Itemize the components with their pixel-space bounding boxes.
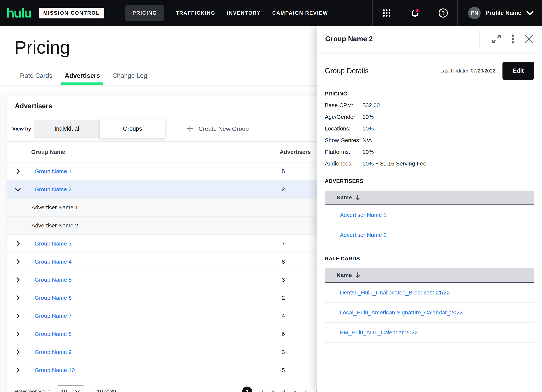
advertiser-name: Advertiser Name 1 xyxy=(32,204,78,211)
group-link[interactable]: Group Name 6 xyxy=(35,295,72,301)
advertiser-name: Advertiser Name 2 xyxy=(32,222,78,229)
table-row: Group Name 4 8 xyxy=(7,253,335,271)
table-row: Group Name 8 6 xyxy=(7,325,335,343)
advertisers-card: Advertisers View by Individual Groups Cr… xyxy=(7,96,335,392)
chevron-down-icon xyxy=(526,11,534,16)
tab-advertisers[interactable]: Advertisers xyxy=(65,72,100,85)
group-link[interactable]: Group Name 3 xyxy=(35,240,72,247)
create-new-group-button[interactable]: Create New Group xyxy=(186,125,249,133)
notifications-bell-icon[interactable] xyxy=(401,8,429,18)
advertiser-row: Advertiser Name 2 xyxy=(325,225,534,245)
expand-chevron-icon[interactable] xyxy=(15,331,21,337)
advertiser-link[interactable]: Advertiser Name 2 xyxy=(340,232,387,238)
advertiser-count: 5 xyxy=(282,367,285,373)
advertisers-name-sort-header[interactable]: Name xyxy=(325,191,534,205)
close-icon[interactable] xyxy=(524,34,533,44)
profile-menu[interactable]: PN Profile Name xyxy=(458,7,542,19)
advertiser-count: 2 xyxy=(282,295,285,301)
advertiser-link[interactable]: Advertiser Name 1 xyxy=(340,212,387,218)
group-link[interactable]: Group Name 9 xyxy=(35,349,72,355)
advertiser-row: Advertiser Name 1 xyxy=(325,205,534,225)
page-number[interactable]: 1 xyxy=(242,387,252,392)
expand-chevron-icon[interactable] xyxy=(15,313,21,319)
field-value: 10% + $1.15 Serving Fee xyxy=(363,160,426,167)
table-row: Group Name 5 3 xyxy=(7,271,335,289)
advertiser-count: 7 xyxy=(282,240,285,247)
advertiser-count: 4 xyxy=(282,313,285,319)
mission-control-badge: MISSION CONTROL xyxy=(39,8,104,18)
group-link[interactable]: Group Name 2 xyxy=(35,186,72,193)
expand-chevron-icon[interactable] xyxy=(15,295,21,301)
column-advertisers: Advertisers xyxy=(280,149,311,155)
field-value: N/A xyxy=(363,137,372,143)
details-title: Group Details xyxy=(325,67,369,75)
page-number[interactable]: 2 xyxy=(260,388,263,392)
rate-card-link[interactable]: PM_Hulu_ADT_Calendar 2022 xyxy=(340,329,418,336)
pricing-field: Platforms: 10% xyxy=(325,149,534,155)
field-label: Platforms: xyxy=(325,149,363,155)
nav-item-campaign-review[interactable]: CAMPAIGN REVIEW xyxy=(272,10,328,16)
nav-item-pricing[interactable]: PRICING xyxy=(125,5,164,21)
pricing-field: Show Genres: N/A xyxy=(325,137,534,143)
group-link[interactable]: Group Name 5 xyxy=(35,277,72,283)
page-number[interactable]: 3 xyxy=(271,388,275,392)
group-link[interactable]: Group Name 1 xyxy=(35,168,72,174)
pricing-field: Locations: 10% xyxy=(325,125,534,132)
page-number[interactable]: 6 xyxy=(304,388,308,392)
table-row: Group Name 3 7 xyxy=(7,235,335,253)
column-name: Name xyxy=(336,272,352,278)
expand-chevron-icon[interactable] xyxy=(15,277,21,283)
rate-cards-name-sort-header[interactable]: Name xyxy=(325,268,534,283)
tab-change-log[interactable]: Change Log xyxy=(112,72,147,85)
advertiser-count: 6 xyxy=(282,331,285,337)
panel-header: Group Name 2 xyxy=(317,26,542,52)
field-label: Show Genres: xyxy=(325,137,363,143)
group-link[interactable]: Group Name 8 xyxy=(35,331,72,337)
view-toggle: Individual Groups xyxy=(34,120,165,138)
apps-grid-icon[interactable] xyxy=(373,9,401,17)
group-link[interactable]: Group Name 10 xyxy=(35,367,75,373)
hulu-logo[interactable]: hulu xyxy=(6,5,31,21)
field-label: Base CPM: xyxy=(325,102,363,109)
table-header: Group Name Advertisers xyxy=(7,142,335,163)
pricing-section-label: PRICING xyxy=(325,91,534,97)
rows-per-page-select[interactable]: 10 xyxy=(57,385,84,392)
group-link[interactable]: Group Name 7 xyxy=(35,313,72,319)
toggle-groups[interactable]: Groups xyxy=(100,119,165,139)
view-by-label: View by xyxy=(12,126,34,132)
table-row: Group Name 10 5 xyxy=(7,361,335,379)
expand-panel-icon[interactable] xyxy=(492,34,501,44)
table-row-expanded: Group Name 2 2 xyxy=(7,180,335,199)
help-icon[interactable]: ? xyxy=(429,8,457,18)
plus-icon xyxy=(186,125,194,133)
edit-button[interactable]: Edit xyxy=(503,62,534,80)
rate-card-link[interactable]: Dentsu_Hulu_Unallocated_Broadcast 21/22 xyxy=(340,289,450,296)
page-number[interactable]: 4 xyxy=(282,388,286,392)
collapse-chevron-icon[interactable] xyxy=(15,186,21,192)
kebab-menu-icon[interactable] xyxy=(511,34,514,44)
group-link[interactable]: Group Name 4 xyxy=(35,259,72,265)
create-new-group-label: Create New Group xyxy=(199,125,249,132)
expand-chevron-icon[interactable] xyxy=(15,259,21,265)
page-number[interactable]: 5 xyxy=(293,388,297,392)
expand-chevron-icon[interactable] xyxy=(15,349,21,355)
expand-chevron-icon[interactable] xyxy=(15,367,21,373)
top-nav: hulu MISSION CONTROL PRICING TRAFFICKING… xyxy=(0,0,542,26)
advertiser-count: 5 xyxy=(282,168,285,174)
rows-per-page-value: 10 xyxy=(61,389,67,392)
view-controls: View by Individual Groups Create New Gro… xyxy=(7,116,335,142)
table-row: Group Name 9 3 xyxy=(7,343,335,361)
expand-chevron-icon[interactable] xyxy=(15,241,21,247)
primary-nav: PRICING TRAFFICKING INVENTORY CAMPAIGN R… xyxy=(125,5,328,21)
advertiser-count: 3 xyxy=(282,277,285,283)
expand-chevron-icon[interactable] xyxy=(15,168,21,174)
nav-item-inventory[interactable]: INVENTORY xyxy=(227,10,261,16)
nav-item-trafficking[interactable]: TRAFFICKING xyxy=(176,10,215,16)
rate-card-link[interactable]: Local_Hulu_American Signature_Calendar_2… xyxy=(340,309,463,316)
field-label: Locations: xyxy=(325,125,363,132)
field-value: 10% xyxy=(363,114,374,120)
toggle-individual[interactable]: Individual xyxy=(34,120,100,137)
rate-card-row: PM_Hulu_ADT_Calendar 2022 xyxy=(325,323,534,343)
advertiser-count: 3 xyxy=(282,349,285,355)
tab-rate-cards[interactable]: Rate Cards xyxy=(20,72,52,85)
